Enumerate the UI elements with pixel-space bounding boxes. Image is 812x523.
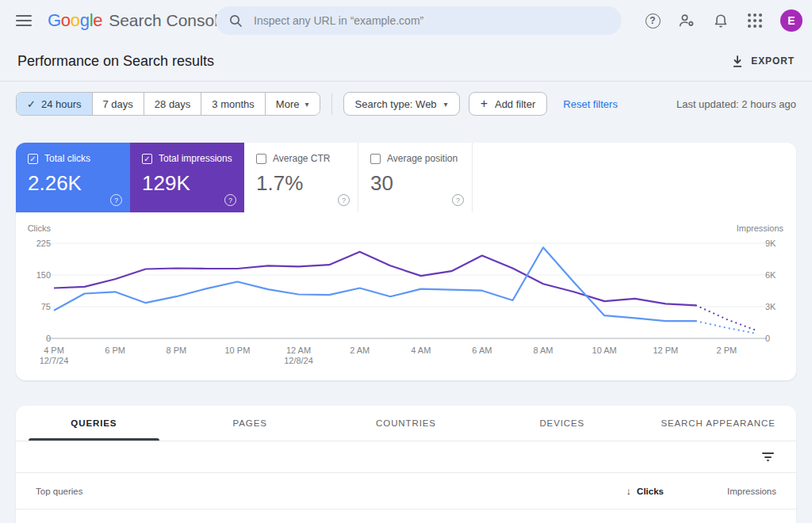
tab-countries[interactable]: COUNTRIES (328, 406, 485, 441)
sort-down-icon: ↓ (626, 485, 632, 497)
user-gear-icon (678, 13, 695, 29)
svg-text:6 PM: 6 PM (105, 345, 125, 355)
add-filter-label: Add filter (495, 98, 535, 110)
svg-text:10 PM: 10 PM (225, 345, 251, 355)
check-icon: ✓ (27, 98, 36, 110)
range-3-months[interactable]: 3 months (201, 93, 265, 115)
svg-text:75: 75 (41, 302, 51, 311)
svg-text:225: 225 (36, 239, 51, 248)
svg-text:8 PM: 8 PM (166, 345, 186, 355)
bell-icon (713, 13, 729, 29)
tab-queries[interactable]: QUERIES (16, 406, 172, 441)
search-type-label: Search type: Web (355, 98, 437, 110)
menu-icon[interactable] (16, 15, 32, 26)
export-button[interactable]: EXPORT (731, 55, 795, 68)
add-filter-button[interactable]: + Add filter (469, 92, 548, 116)
app-logo[interactable]: Google Search Console (48, 10, 228, 31)
url-inspect-searchbox[interactable] (216, 6, 622, 35)
download-icon (731, 55, 744, 68)
svg-text:12 PM: 12 PM (653, 345, 678, 355)
last-updated-text: Last updated: 2 hours ago (676, 98, 796, 110)
search-type-dropdown[interactable]: Search type: Web ▾ (343, 92, 460, 116)
svg-text:0: 0 (765, 334, 770, 343)
dimensions-card: QUERIES PAGES COUNTRIES DEVICES SEARCH A… (16, 406, 796, 523)
svg-text:4 AM: 4 AM (411, 345, 431, 355)
plus-icon: + (481, 97, 488, 110)
tab-search-appearance[interactable]: SEARCH APPEARANCE (640, 406, 796, 441)
help-button[interactable]: ? (644, 12, 661, 29)
svg-text:12/7/24: 12/7/24 (40, 356, 69, 365)
table-header-row: Top queries ↓ Clicks Impressions (16, 473, 796, 510)
svg-text:12/8/24: 12/8/24 (284, 356, 313, 365)
tab-pages[interactable]: PAGES (172, 406, 328, 441)
account-settings-button[interactable] (678, 12, 695, 29)
column-top-queries: Top queries (36, 487, 82, 496)
svg-text:2 PM: 2 PM (717, 345, 737, 355)
google-logo: Google (48, 10, 102, 31)
chevron-down-icon: ▾ (444, 100, 448, 109)
page-header: Performance on Search results EXPORT (0, 41, 812, 82)
svg-text:Clicks: Clicks (28, 223, 52, 233)
svg-text:6K: 6K (765, 270, 776, 280)
svg-text:8 AM: 8 AM (533, 345, 553, 355)
svg-text:12 AM: 12 AM (286, 345, 311, 355)
account-avatar[interactable]: E (780, 10, 802, 32)
range-28-days[interactable]: 28 days (144, 93, 202, 115)
svg-text:150: 150 (36, 270, 51, 280)
svg-text:10 AM: 10 AM (592, 345, 617, 355)
apps-grid-icon (748, 13, 762, 28)
svg-text:6 AM: 6 AM (472, 345, 492, 355)
top-bar-actions: ? E (644, 0, 802, 41)
svg-text:2 AM: 2 AM (350, 345, 370, 355)
tab-devices[interactable]: DEVICES (484, 406, 640, 441)
svg-text:9K: 9K (765, 239, 776, 248)
column-clicks-sort[interactable]: ↓ Clicks (626, 485, 664, 497)
date-range-selector: ✓24 hours 7 days 28 days 3 months More▾ (16, 92, 320, 116)
range-24-hours[interactable]: ✓24 hours (17, 93, 93, 115)
chevron-down-icon: ▾ (304, 100, 308, 109)
reset-filters-link[interactable]: Reset filters (563, 98, 618, 110)
svg-text:4 PM: 4 PM (44, 345, 64, 355)
performance-card: ✓Total clicks 2.26K ? ✓Total impressions… (16, 143, 796, 380)
notifications-button[interactable] (712, 12, 730, 29)
column-clicks-label: Clicks (637, 487, 664, 496)
search-icon (228, 13, 243, 28)
page-title: Performance on Search results (17, 53, 214, 70)
column-impressions[interactable]: Impressions (664, 487, 776, 496)
url-inspect-input[interactable] (252, 13, 609, 28)
svg-text:3K: 3K (765, 302, 776, 311)
range-more[interactable]: More▾ (266, 93, 320, 115)
help-icon: ? (645, 13, 661, 29)
filter-rows-icon[interactable] (762, 452, 774, 461)
google-search-console-app: { "header": { "logo_letters": [ {"ch":"G… (0, 0, 812, 523)
product-name: Search Console (109, 11, 227, 30)
filter-bar: ✓24 hours 7 days 28 days 3 months More▾ … (0, 82, 812, 116)
google-apps-button[interactable] (746, 12, 764, 29)
svg-text:Impressions: Impressions (737, 223, 784, 233)
top-app-bar: Google Search Console ? E (0, 0, 812, 41)
export-label: EXPORT (751, 55, 795, 67)
table-toolbar (16, 441, 796, 473)
svg-text:0: 0 (46, 334, 51, 343)
dimension-tabs: QUERIES PAGES COUNTRIES DEVICES SEARCH A… (16, 406, 796, 441)
performance-chart[interactable]: Clicks075150225Impressions03K6K9K4 PM12/… (16, 143, 796, 380)
range-7-days[interactable]: 7 days (93, 93, 144, 115)
divider (331, 93, 332, 115)
